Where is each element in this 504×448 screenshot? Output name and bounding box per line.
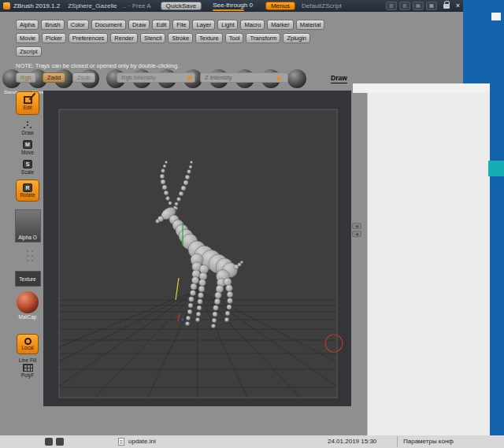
menu-button[interactable]: Macro (240, 20, 265, 30)
tray-toggle-strip: ◀ ◀ (352, 223, 361, 237)
see-through-label: See-through 0 (213, 2, 253, 9)
menu-button[interactable]: Stencil (140, 33, 166, 43)
menu-button[interactable]: Light (217, 20, 238, 30)
titlebar-icon-cluster: ||| ||| ▤ ▦ (384, 2, 437, 10)
texture-selector[interactable]: Texture (15, 271, 41, 287)
rgb-toggle[interactable]: Rgb (16, 72, 36, 83)
menu-button[interactable]: Preferences (69, 33, 108, 43)
see-through-slider[interactable]: See-through 0 (213, 2, 253, 11)
background-window-strip (353, 83, 490, 93)
menu-button[interactable]: Alpha (16, 20, 39, 30)
scale-tool-button[interactable]: S Scale (21, 160, 34, 175)
draw-label: Draw (21, 130, 33, 135)
menu-button[interactable]: Picker (42, 33, 66, 43)
tray-toggle-icon[interactable]: ◀ (352, 231, 361, 237)
stroke-selector[interactable] (27, 250, 28, 263)
local-ring-icon (24, 338, 32, 345)
default-zscript-button[interactable]: DefaultZScript (302, 2, 342, 9)
bars-icon[interactable]: ||| (386, 2, 397, 10)
menu-button[interactable]: Brush (41, 20, 65, 30)
z-intensity-label: Z Intensity (205, 74, 232, 81)
menu-button[interactable]: Edit (152, 20, 170, 30)
zadd-toggle[interactable]: Zadd (43, 72, 65, 83)
rgb-intensity-slider[interactable]: Rgb Intensity (117, 72, 195, 83)
layout-grid-icon[interactable]: ▦ (426, 2, 437, 10)
slider-handle[interactable] (187, 76, 191, 80)
viewport-canvas[interactable] (43, 91, 351, 406)
tray-toggle-icon[interactable]: ◀ (352, 223, 361, 229)
window-control-icon[interactable] (45, 438, 53, 446)
matcap-label: MatCap (19, 314, 37, 320)
menu-button[interactable]: Render (110, 33, 138, 43)
polyf-label: PolyF (21, 372, 35, 378)
polyframe-grid-icon (23, 364, 33, 372)
menu-button[interactable]: Layer (192, 20, 215, 30)
move-tool-button[interactable]: M Move (21, 140, 34, 155)
right-tray[interactable] (367, 93, 490, 435)
matcap-sphere-icon (17, 291, 39, 313)
menu-button[interactable]: Movie (16, 33, 39, 43)
alpha-selector[interactable]: Alpha O (15, 209, 41, 243)
menu-button[interactable]: Transform (246, 33, 280, 43)
edit-icon (24, 96, 32, 104)
menu-button[interactable]: Tool (225, 33, 244, 43)
scale-label: Scale (21, 169, 34, 175)
close-icon[interactable]: × (456, 2, 460, 9)
menu-button[interactable]: Texture (195, 33, 223, 43)
left-tool-shelf: Edit Draw M Move S Scale R Rotate Alpha … (13, 88, 43, 406)
rotate-icon: R (23, 183, 32, 192)
local-label: Local (21, 345, 34, 350)
stroke-dots-icon (27, 250, 28, 252)
menu-button[interactable]: Marker (267, 20, 293, 30)
menu-button[interactable]: Zplugin (283, 33, 310, 43)
see-through-value: 0 (250, 2, 253, 9)
local-symmetry-button[interactable]: Local (17, 334, 39, 354)
titlebar: ZBrush 2019.1.2 ZSphere_Gazelle .. · Fre… (0, 0, 463, 12)
file-type: Параметры конф (403, 438, 454, 445)
file-name[interactable]: update.ini (128, 438, 156, 445)
texture-label: Texture (19, 276, 35, 282)
material-selector[interactable]: MatCap (17, 291, 39, 320)
rotate-tool-button[interactable]: R Rotate (16, 180, 39, 202)
polyframe-button[interactable]: Line Fill PolyF (19, 357, 36, 378)
lock-icon[interactable] (443, 4, 450, 9)
edit-label: Edit (23, 105, 32, 110)
z-intensity-slider[interactable]: Z Intensity (200, 72, 288, 83)
menu-button[interactable]: Stroke (168, 33, 193, 43)
app-title: ZBrush 2019.1.2 (13, 2, 60, 9)
file-date: 24.01.2019 15:30 (328, 438, 376, 445)
menu-button[interactable]: File (172, 20, 190, 30)
edit-tool-button[interactable]: Edit (16, 91, 39, 115)
column-divider (397, 436, 398, 447)
background-teal-window (488, 161, 504, 176)
window-control-icon[interactable] (56, 438, 64, 446)
see-through-track[interactable] (213, 9, 244, 11)
menu-row-2: Movie Picker Preferences Render Stencil … (16, 33, 463, 43)
move-icon: M (23, 140, 32, 149)
rotate-label: Rotate (20, 192, 35, 198)
tray-note: NOTE: Trays can be closed or opened only… (16, 62, 463, 69)
line-fill-label: Line Fill (19, 357, 36, 363)
layout-grid-icon[interactable]: ▤ (413, 2, 424, 10)
menu-button[interactable]: Document (91, 20, 126, 30)
menu-button[interactable]: Zscript (16, 46, 42, 57)
alpha-label: Alpha O (18, 235, 37, 240)
session-label: .. · Free A (123, 2, 150, 9)
menus-button[interactable]: Menus (265, 2, 295, 10)
draw-mode-indicator[interactable]: Draw (331, 74, 347, 83)
viewport-svg (43, 91, 351, 406)
menu-button[interactable]: Draw (128, 20, 150, 30)
menu-button[interactable]: Material (296, 20, 325, 30)
file-icon (118, 438, 124, 446)
menu-button[interactable]: Color (67, 20, 89, 30)
menu-row-3: Zscript (16, 46, 463, 57)
quicksave-button[interactable]: QuickSave (161, 2, 202, 10)
move-label: Move (21, 150, 34, 155)
document-tab[interactable]: ZSphere_Gazelle (68, 2, 117, 9)
rgb-intensity-label: Rgb Intensity (121, 74, 156, 81)
bars-icon[interactable]: ||| (399, 2, 410, 10)
draw-tool-button[interactable]: Draw (21, 121, 33, 135)
menu-row-1: Alpha Brush Color Document Draw Edit Fil… (16, 20, 463, 30)
slider-handle[interactable] (276, 76, 280, 80)
zsub-toggle[interactable]: Zsub (72, 72, 95, 83)
